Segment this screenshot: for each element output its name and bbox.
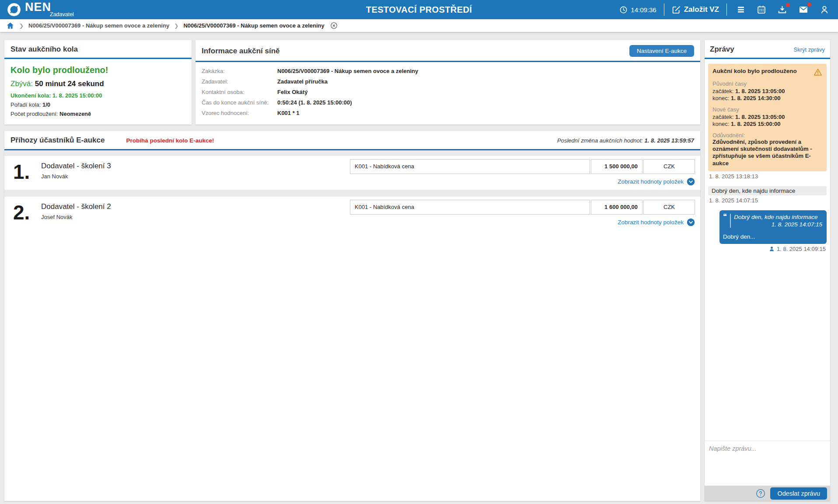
warning-icon: [814, 68, 822, 76]
sender-person-icon: [769, 246, 775, 252]
row-separator: [4, 190, 700, 197]
eauction-settings-button[interactable]: Nastavení E-aukce: [629, 45, 694, 57]
panel-title-messages: Zprávy: [710, 45, 734, 54]
bid-amount-value: 1 500 000,00: [591, 159, 642, 174]
header-divider: [664, 3, 664, 16]
quoted-text: Dobrý den, kde najdu informace: [734, 214, 817, 220]
breadcrumb: ❯ N006/25/V00007369 - Nákup semen ovoce …: [0, 19, 838, 32]
row-separator: [4, 150, 700, 156]
chevron-right-icon: ❯: [19, 23, 24, 29]
round-end-time: Ukončení kola: 1. 8. 2025 15:00:00: [10, 92, 185, 99]
quote-icon: ❝: [723, 214, 727, 228]
bids-empty-area: [4, 230, 700, 501]
participant-rank: 2.: [13, 200, 36, 226]
quoted-timestamp: 1. 8. 2025 14:07:15: [734, 221, 822, 228]
notification-reason: Odůvodnění: Zdůvodnění, způsob provedení…: [712, 132, 822, 167]
time-remaining: Zbývá: 50 minut 24 sekund: [10, 80, 185, 88]
round-extended-notification: Aukční kolo bylo prodlouženo Původní čas…: [708, 64, 827, 171]
bid-currency: CZK: [643, 159, 695, 174]
panel-title-auction-info: Informace aukční síně: [202, 47, 280, 56]
page-content: Stav aukčního kola Kolo bylo prodlouženo…: [0, 32, 838, 504]
clock-time: 14:09:36: [631, 6, 656, 14]
round-order: Pořadí kola: 1/0: [10, 101, 185, 108]
user-profile-button[interactable]: [818, 5, 831, 14]
messages-panel: Zprávy Skrýt zprávy Aukční kolo bylo pro…: [705, 40, 830, 501]
auction-round-status-panel: Stav aukčního kola Kolo bylo prodlouženo…: [4, 40, 192, 125]
auction-room-info-panel: Informace aukční síně Nastavení E-aukce …: [196, 40, 700, 125]
environment-title: TESTOVACÍ PROSTŘEDÍ: [366, 5, 472, 15]
home-icon[interactable]: [6, 21, 14, 30]
new-times: Nové časy začátek: 1. 8. 2025 13:05:00 k…: [712, 106, 822, 128]
incoming-message-timestamp: 1. 8. 2025 14:07:15: [709, 197, 827, 204]
hide-messages-link[interactable]: Skrýt zprávy: [793, 46, 825, 53]
chevron-down-icon[interactable]: [687, 218, 695, 226]
header-divider: [726, 3, 727, 16]
message-input[interactable]: [709, 445, 826, 482]
mail-button[interactable]: [796, 4, 810, 15]
calendar-button[interactable]: [755, 5, 768, 14]
edit-icon: [672, 5, 681, 14]
server-clock: 14:09:36: [619, 6, 656, 14]
panel-title-round-status: Stav aukčního kola: [10, 45, 78, 54]
original-times: Původní časy začátek: 1. 8. 2025 13:05:0…: [712, 80, 822, 102]
clock-icon: [619, 6, 628, 14]
close-tab-icon[interactable]: [330, 22, 338, 29]
send-message-button[interactable]: Odeslat zprávu: [770, 487, 827, 500]
show-item-values-link[interactable]: Zobrazit hodnoty položek: [618, 178, 684, 185]
info-row-evaluation-formula: Vzorec hodnocení: K001 * 1: [202, 110, 694, 116]
incoming-message: Dobrý den, kde najdu informace: [708, 186, 827, 195]
downloads-button[interactable]: [775, 5, 789, 15]
notification-title: Aukční kolo bylo prodlouženo: [712, 68, 797, 74]
envelope-icon: [798, 4, 809, 15]
bid-item-label: K001 - Nabídková cena: [350, 159, 590, 174]
logo-text: NEN: [25, 2, 74, 12]
participant-name: Dodavatel - školení 2: [41, 202, 111, 211]
extension-count: Počet prodloužení: Neomezeně: [10, 111, 185, 117]
bid-currency: CZK: [643, 200, 695, 215]
final-round-alert: Probíhá poslední kolo E-aukce!: [126, 137, 214, 144]
participant-person: Jan Novák: [41, 173, 111, 180]
chevron-right-icon: ❯: [174, 23, 178, 29]
nen-logo[interactable]: NEN Zadavatel: [6, 2, 74, 17]
participant-name: Dodavatel - školení 3: [41, 162, 111, 170]
notification-timestamp: 1. 8. 2025 13:18:13: [709, 173, 827, 180]
info-row-contact-person: Kontaktní osoba: Felix Okátý: [202, 89, 694, 95]
participant-rank: 1.: [13, 159, 36, 186]
participant-row-2: 2. Dodavatel - školení 2 Josef Novák K00…: [4, 197, 700, 230]
bid-amount-value: 1 600 000,00: [591, 200, 642, 215]
quoted-message: ❝ Dobrý den, kde najdu informace 1. 8. 2…: [723, 214, 822, 228]
create-vz-label: Založit VZ: [684, 5, 719, 14]
outgoing-message: ❝ Dobrý den, kde najdu informace 1. 8. 2…: [719, 210, 827, 244]
breadcrumb-item-contract-active[interactable]: N006/25/V00007369 - Nákup semen ovoce a …: [183, 22, 324, 29]
calendar-icon: [757, 5, 766, 14]
round-extended-status: Kolo bylo prodlouženo!: [10, 65, 185, 75]
participant-row-1: 1. Dodavatel - školení 3 Jan Novák K001 …: [4, 156, 700, 190]
download-notification-badge: [786, 3, 790, 7]
create-vz-button[interactable]: Založit VZ: [672, 5, 719, 14]
info-row-contracting-authority: Zadavatel: Zadavatel příručka: [202, 78, 694, 85]
bid-item-label: K001 - Nabídková cena: [350, 200, 590, 215]
breadcrumb-item-contract[interactable]: N006/25/V00007369 - Nákup semen ovoce a …: [28, 22, 169, 29]
chevron-down-icon[interactable]: [687, 177, 695, 186]
nen-logo-icon: [6, 2, 22, 17]
person-icon: [820, 5, 829, 14]
show-item-values-link[interactable]: Zobrazit hodnoty položek: [618, 219, 684, 226]
hamburger-icon: [736, 5, 746, 14]
outgoing-message-timestamp: 1. 8. 2025 14:09:15: [709, 246, 826, 252]
info-row-contract: Zakázka: N006/25/V00007369 - Nákup semen…: [202, 68, 694, 74]
top-header-bar: NEN Zadavatel TESTOVACÍ PROSTŘEDÍ 14:09:…: [0, 0, 838, 19]
quote-bar: [730, 214, 731, 228]
mail-notification-badge: [807, 3, 811, 7]
info-row-time-to-end: Čas do konce aukční síně: 0:50:24 (1. 8.…: [202, 99, 694, 106]
participant-bids-panel: Příhozy účastníků E-aukce Probíhá posled…: [4, 131, 700, 501]
participant-person: Josef Novák: [41, 214, 111, 220]
messages-list[interactable]: Aukční kolo bylo prodlouženo Původní čas…: [705, 59, 830, 441]
logo-role-label: Zadavatel: [50, 11, 74, 17]
help-icon[interactable]: [756, 489, 765, 498]
download-icon: [777, 5, 787, 15]
last-change-timestamp: Poslední změna aukčních hodnot: 1. 8. 20…: [557, 137, 694, 144]
menu-button[interactable]: [734, 5, 747, 14]
panel-title-bids: Příhozy účastníků E-aukce: [10, 136, 105, 145]
outgoing-text: Dobrý den...: [723, 233, 822, 240]
